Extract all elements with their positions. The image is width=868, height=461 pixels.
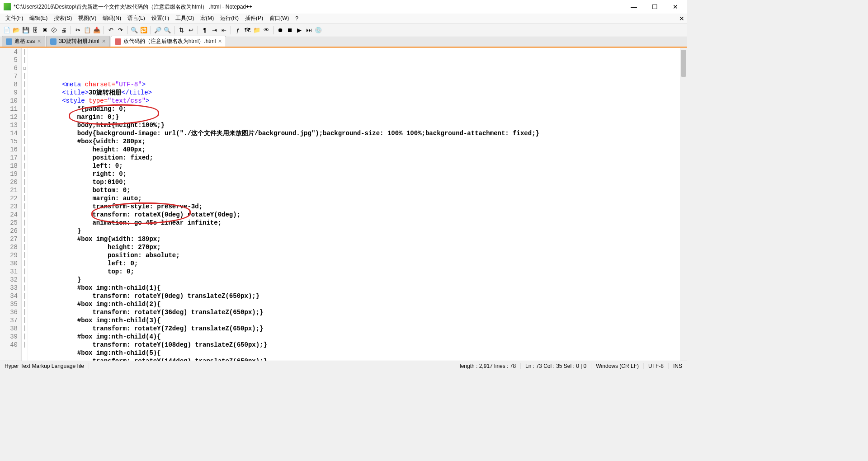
- wordwrap-icon[interactable]: ↩: [187, 26, 195, 34]
- new-file-icon[interactable]: 📄: [3, 26, 11, 34]
- close-file-icon[interactable]: ✖: [41, 26, 49, 34]
- toolbar-separator: [273, 26, 274, 34]
- menubar: 文件(F) 编辑(E) 搜索(S) 视图(V) 编码(N) 语言(L) 设置(T…: [0, 14, 687, 24]
- zoom-in-icon[interactable]: 🔎: [154, 26, 162, 34]
- status-insert-mode[interactable]: INS: [669, 363, 687, 369]
- app-icon: [4, 3, 11, 10]
- app-window: *C:\Users\22016\Desktop\首先新建一个文件夹\放代码的（注…: [0, 0, 687, 371]
- titlebar: *C:\Users\22016\Desktop\首先新建一个文件夹\放代码的（注…: [0, 0, 687, 14]
- menu-language[interactable]: 语言(L): [125, 14, 148, 23]
- file-icon: [115, 38, 121, 45]
- menu-help[interactable]: ?: [292, 14, 301, 23]
- print-icon[interactable]: 🖨: [60, 26, 68, 34]
- open-file-icon[interactable]: 📂: [12, 26, 20, 34]
- menu-search[interactable]: 搜索(S): [51, 14, 75, 23]
- toolbar-separator: [151, 26, 151, 34]
- paste-icon[interactable]: 📥: [93, 26, 101, 34]
- menu-settings[interactable]: 设置(T): [149, 14, 172, 23]
- code-area[interactable]: <meta charset="UTF-8"> <title>3D旋转相册</ti…: [28, 48, 680, 361]
- toolbar-separator: [231, 26, 231, 34]
- play-multi-icon[interactable]: ⏭: [305, 26, 313, 34]
- redo-icon[interactable]: ↷: [116, 26, 124, 34]
- close-tab-icon[interactable]: ✕: [37, 38, 41, 44]
- tabbar: 遮格.css ✕ 3D旋转相册.html ✕ 放代码的（注意后缀名改为html）…: [0, 37, 687, 48]
- tab-file-2[interactable]: 3D旋转相册.html ✕: [46, 36, 109, 47]
- scrollbar-thumb[interactable]: [681, 50, 686, 77]
- toolbar-separator: [71, 26, 71, 34]
- close-button[interactable]: ✕: [669, 3, 682, 10]
- zoom-out-icon[interactable]: 🔍: [163, 26, 171, 34]
- cut-icon[interactable]: ✂: [74, 26, 82, 34]
- toolbar-separator: [174, 26, 175, 34]
- close-tab-icon[interactable]: ✕: [102, 38, 106, 44]
- replace-icon[interactable]: 🔁: [140, 26, 148, 34]
- sync-scroll-icon[interactable]: ⇅: [177, 26, 185, 34]
- status-length: length : 2,917 lines : 78: [455, 363, 521, 369]
- menu-edit[interactable]: 编辑(E): [27, 14, 50, 23]
- undo-icon[interactable]: ↶: [107, 26, 115, 34]
- toolbar-separator: [104, 26, 104, 34]
- line-number-gutter: 4567891011121314151617181920212223242526…: [0, 48, 22, 361]
- statusbar: Hyper Text Markup Language file length :…: [0, 361, 687, 371]
- tab-label: 遮格.css: [14, 38, 35, 45]
- monitoring-icon[interactable]: 👁: [262, 26, 270, 34]
- menubar-close-icon[interactable]: ✕: [679, 15, 684, 22]
- tab-file-3[interactable]: 放代码的（注意后缀名改为html）.html ✕: [111, 36, 226, 47]
- play-macro-icon[interactable]: ▶: [295, 26, 303, 34]
- status-encoding[interactable]: UTF-8: [644, 363, 669, 369]
- vertical-scrollbar[interactable]: [680, 48, 687, 361]
- tab-label: 放代码的（注意后缀名改为html）.html: [123, 38, 216, 45]
- stop-macro-icon[interactable]: ⏹: [286, 26, 294, 34]
- copy-icon[interactable]: 📋: [83, 26, 91, 34]
- window-controls: — ☐ ✕: [627, 3, 682, 10]
- status-filetype: Hyper Text Markup Language file: [0, 363, 89, 369]
- folder-icon[interactable]: 📁: [253, 26, 261, 34]
- status-eol[interactable]: Windows (CR LF): [591, 363, 644, 369]
- menu-run[interactable]: 运行(R): [217, 14, 241, 23]
- maximize-button[interactable]: ☐: [648, 3, 661, 10]
- menu-macro[interactable]: 宏(M): [198, 14, 217, 23]
- file-icon: [50, 38, 57, 45]
- doc-map-icon[interactable]: 🗺: [243, 26, 251, 34]
- toolbar-separator: [127, 26, 127, 34]
- function-list-icon[interactable]: ƒ: [234, 26, 242, 34]
- tab-file-1[interactable]: 遮格.css ✕: [2, 36, 45, 47]
- menu-window[interactable]: 窗口(W): [267, 14, 292, 23]
- menu-file[interactable]: 文件(F): [3, 14, 26, 23]
- menu-encoding[interactable]: 编码(N): [100, 14, 124, 23]
- fold-column[interactable]: ││⊟││││││││││││││││││││││││││││││││││: [22, 48, 28, 361]
- toolbar: 📄 📂 💾 🗄 ✖ ⛒ 🖨 ✂ 📋 📥 ↶ ↷ 🔍 🔁 🔎 🔍 ⇅ ↩ ¶ ⇥ …: [0, 24, 687, 37]
- indent-icon[interactable]: ⇥: [210, 26, 218, 34]
- status-position: Ln : 73 Col : 35 Sel : 0 | 0: [521, 363, 591, 369]
- record-macro-icon[interactable]: ⏺: [276, 26, 284, 34]
- menu-plugins[interactable]: 插件(P): [242, 14, 266, 23]
- close-all-icon[interactable]: ⛒: [50, 26, 58, 34]
- toolbar-separator: [198, 26, 198, 34]
- window-title: *C:\Users\22016\Desktop\首先新建一个文件夹\放代码的（注…: [14, 3, 627, 11]
- menu-tools[interactable]: 工具(O): [173, 14, 197, 23]
- save-all-icon[interactable]: 🗄: [31, 26, 39, 34]
- close-tab-icon[interactable]: ✕: [218, 38, 222, 44]
- save-icon[interactable]: 💾: [22, 26, 30, 34]
- save-macro-icon[interactable]: 💿: [314, 26, 322, 34]
- menu-view[interactable]: 视图(V): [75, 14, 99, 23]
- outdent-icon[interactable]: ⇤: [220, 26, 228, 34]
- tab-label: 3D旋转相册.html: [59, 38, 99, 45]
- show-symbol-icon[interactable]: ¶: [201, 26, 209, 34]
- file-icon: [6, 38, 12, 45]
- find-icon[interactable]: 🔍: [130, 26, 138, 34]
- minimize-button[interactable]: —: [627, 3, 640, 10]
- editor: 4567891011121314151617181920212223242526…: [0, 48, 687, 361]
